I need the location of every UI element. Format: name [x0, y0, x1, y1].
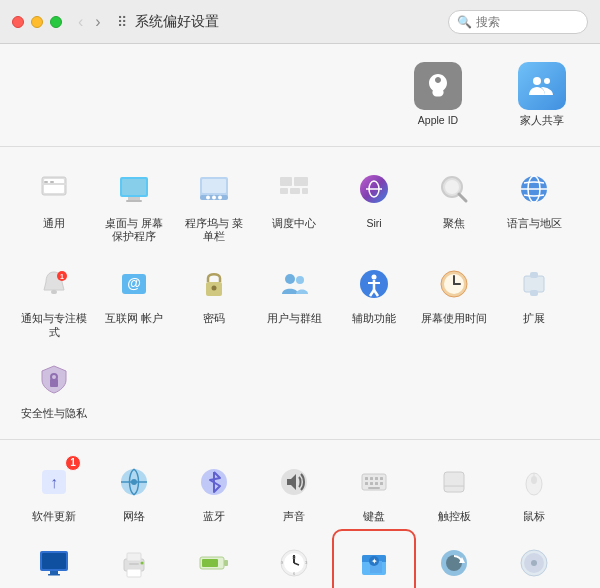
icon-item-keyboard[interactable]: 键盘 — [336, 452, 412, 530]
section-2: ↑1软件更新网络蓝牙声音键盘触控板鼠标显示器打印机与 扫描仪电池12639日期与… — [0, 440, 600, 588]
spotlight-icon — [430, 165, 478, 213]
svg-rect-69 — [370, 482, 373, 485]
battery-icon — [190, 539, 238, 587]
family-sharing-item[interactable]: 家人共享 — [504, 56, 580, 134]
svg-rect-52 — [530, 290, 538, 296]
titlebar: ‹ › ⠿ 系统偏好设置 🔍 — [0, 0, 600, 44]
search-input[interactable] — [476, 15, 579, 29]
desktop-icon — [110, 165, 158, 213]
svg-text:1: 1 — [60, 273, 64, 280]
icon-item-printer[interactable]: 打印机与 扫描仪 — [96, 533, 172, 588]
minimize-button[interactable] — [31, 16, 43, 28]
general-icon — [30, 165, 78, 213]
dock-icon — [190, 165, 238, 213]
printer-icon — [110, 539, 158, 587]
accessibility-icon — [350, 260, 398, 308]
icon-item-screentime[interactable]: 屏幕使用时间 — [416, 254, 492, 345]
svg-rect-6 — [50, 181, 54, 183]
icon-item-sharing[interactable]: ✦共享 — [336, 533, 412, 588]
svg-rect-20 — [290, 188, 300, 194]
svg-point-39 — [296, 276, 304, 284]
nav-buttons: ‹ › — [74, 11, 105, 33]
desktop-label: 桌面与 屏幕保护程序 — [100, 217, 168, 244]
svg-point-15 — [212, 195, 216, 199]
svg-text:@: @ — [127, 275, 141, 291]
update-badge: 1 — [65, 455, 81, 471]
svg-rect-9 — [128, 197, 140, 200]
icon-item-internet[interactable]: @互联网 帐户 — [96, 254, 172, 345]
spotlight-label: 聚焦 — [443, 217, 465, 231]
svg-point-109 — [531, 560, 537, 566]
icon-item-update[interactable]: ↑1软件更新 — [16, 452, 92, 530]
svg-rect-64 — [365, 477, 368, 480]
icon-item-users[interactable]: 用户与群组 — [256, 254, 332, 345]
forward-button[interactable]: › — [91, 11, 104, 33]
apple-id-item[interactable]: Apple ID — [400, 56, 476, 134]
icon-item-extensions[interactable]: 扩展 — [496, 254, 572, 345]
sound-label: 声音 — [283, 510, 305, 524]
icon-item-network[interactable]: 网络 — [96, 452, 172, 530]
apple-id-label: Apple ID — [418, 114, 458, 128]
icon-item-spotlight[interactable]: 聚焦 — [416, 159, 492, 250]
svg-text:12: 12 — [292, 555, 297, 560]
grid-icon[interactable]: ⠿ — [117, 14, 127, 30]
sound-icon — [270, 458, 318, 506]
svg-rect-31 — [51, 290, 57, 294]
icon-item-security[interactable]: 安全性与隐私 — [16, 349, 92, 427]
section-1: 通用桌面与 屏幕保护程序程序坞与 菜单栏调度中心Siri聚焦语言与地区1通知与专… — [0, 147, 600, 440]
icon-item-siri[interactable]: Siri — [336, 159, 412, 250]
icon-item-timemachine[interactable]: 时间机器 — [416, 533, 492, 588]
svg-rect-80 — [50, 571, 58, 574]
svg-point-1 — [544, 78, 550, 84]
svg-text:↑: ↑ — [50, 474, 58, 491]
icon-item-desktop[interactable]: 桌面与 屏幕保护程序 — [96, 159, 172, 250]
keyboard-label: 键盘 — [363, 510, 385, 524]
svg-rect-89 — [202, 559, 218, 567]
icon-item-startup[interactable]: 启动磁盘 — [496, 533, 572, 588]
icon-item-general[interactable]: 通用 — [16, 159, 92, 250]
svg-rect-19 — [280, 188, 288, 194]
internet-icon: @ — [110, 260, 158, 308]
update-label: 软件更新 — [32, 510, 76, 524]
startup-icon — [510, 539, 558, 587]
general-label: 通用 — [43, 217, 65, 231]
password-label: 密码 — [203, 312, 225, 326]
language-icon — [510, 165, 558, 213]
bluetooth-label: 蓝牙 — [203, 510, 225, 524]
icon-item-dock[interactable]: 程序坞与 菜单栏 — [176, 159, 252, 250]
icon-item-mission[interactable]: 调度中心 — [256, 159, 332, 250]
icon-item-notification[interactable]: 1通知与专注模式 — [16, 254, 92, 345]
svg-rect-81 — [48, 574, 60, 576]
search-box[interactable]: 🔍 — [448, 10, 588, 34]
mission-label: 调度中心 — [272, 217, 316, 231]
section-1-grid: 通用桌面与 屏幕保护程序程序坞与 菜单栏调度中心Siri聚焦语言与地区1通知与专… — [16, 159, 584, 427]
traffic-lights — [12, 16, 62, 28]
siri-label: Siri — [366, 217, 381, 231]
icon-item-datetime[interactable]: 12639日期与时间 — [256, 533, 332, 588]
siri-icon — [350, 165, 398, 213]
close-button[interactable] — [12, 16, 24, 28]
svg-rect-5 — [44, 181, 48, 183]
svg-rect-66 — [375, 477, 378, 480]
icon-item-password[interactable]: 密码 — [176, 254, 252, 345]
svg-rect-50 — [524, 276, 544, 292]
icon-item-accessibility[interactable]: 辅助功能 — [336, 254, 412, 345]
bluetooth-icon — [190, 458, 238, 506]
svg-rect-21 — [302, 188, 308, 194]
icon-item-sound[interactable]: 声音 — [256, 452, 332, 530]
maximize-button[interactable] — [50, 16, 62, 28]
password-icon — [190, 260, 238, 308]
screentime-icon — [430, 260, 478, 308]
svg-rect-84 — [127, 569, 141, 577]
svg-rect-17 — [280, 177, 292, 186]
icon-item-mouse[interactable]: 鼠标 — [496, 452, 572, 530]
svg-point-86 — [141, 562, 144, 565]
icon-item-bluetooth[interactable]: 蓝牙 — [176, 452, 252, 530]
icon-item-trackpad[interactable]: 触控板 — [416, 452, 492, 530]
dock-label: 程序坞与 菜单栏 — [180, 217, 248, 244]
icon-item-language[interactable]: 语言与地区 — [496, 159, 572, 250]
icon-item-display[interactable]: 显示器 — [16, 533, 92, 588]
svg-rect-83 — [127, 553, 141, 561]
back-button[interactable]: ‹ — [74, 11, 87, 33]
icon-item-battery[interactable]: 电池 — [176, 533, 252, 588]
